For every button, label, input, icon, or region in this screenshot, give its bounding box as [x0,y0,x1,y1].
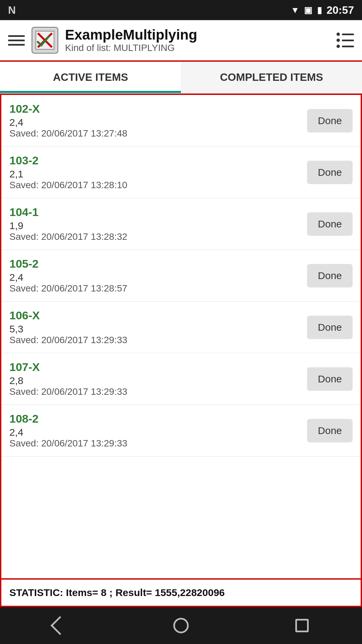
item-saved: Saved: 20/06/2017 13:29:33 [9,335,307,345]
toolbar-subtitle: Kind of list: MULTIPLYING [65,43,330,53]
status-time: 20:57 [326,4,354,16]
status-icons: ▼ ▣ ▮ 20:57 [291,4,354,16]
items-list: 102-X 2,4 Saved: 20/06/2017 13:27:48 Don… [1,95,361,578]
item-title: 108-2 [9,412,307,425]
home-icon [173,618,189,633]
toolbar: ExampleMultiplying Kind of list: MULTIPL… [0,20,362,62]
signal-icon: ▣ [304,5,312,15]
status-bar: N ▼ ▣ ▮ 20:57 [0,0,362,20]
list-item: 104-1 1,9 Saved: 20/06/2017 13:28:32 Don… [1,198,361,250]
item-value: 5,3 [9,323,307,335]
list-item-info: 105-2 2,4 Saved: 20/06/2017 13:28:57 [9,257,307,294]
done-button[interactable]: Done [307,316,353,339]
item-title: 105-2 [9,257,307,270]
menu-icon[interactable] [8,35,25,46]
item-title: 102-X [9,102,307,115]
done-button[interactable]: Done [307,161,353,184]
app-logo [32,27,58,54]
item-value: 1,9 [9,220,307,231]
bottom-nav [0,607,362,644]
list-item: 107-X 2,8 Saved: 20/06/2017 13:29:33 Don… [1,353,361,405]
item-saved: Saved: 20/06/2017 13:28:57 [9,283,307,294]
done-button[interactable]: Done [307,212,353,236]
item-value: 2,4 [9,272,307,283]
item-title: 106-X [9,309,307,322]
back-icon [51,616,70,635]
item-saved: Saved: 20/06/2017 13:28:32 [9,231,307,242]
item-value: 2,4 [9,117,307,128]
app-container: ExampleMultiplying Kind of list: MULTIPL… [0,20,362,607]
item-saved: Saved: 20/06/2017 13:29:33 [9,438,307,449]
done-button[interactable]: Done [307,264,353,287]
tabs: ACTIVE ITEMS COMPLETED ITEMS [0,62,362,94]
battery-icon: ▮ [317,5,322,15]
item-saved: Saved: 20/06/2017 13:28:10 [9,180,307,191]
toolbar-title: ExampleMultiplying [65,27,330,43]
nav-home-button[interactable] [168,612,194,639]
list-item: 108-2 2,4 Saved: 20/06/2017 13:29:33 Don… [1,405,361,457]
list-item: 103-2 2,1 Saved: 20/06/2017 13:28:10 Don… [1,147,361,198]
list-item-info: 103-2 2,1 Saved: 20/06/2017 13:28:10 [9,154,307,191]
nav-back-button[interactable] [48,613,72,638]
status-logo: N [8,4,16,16]
item-value: 2,8 [9,375,307,386]
tab-completed-items[interactable]: COMPLETED ITEMS [181,62,362,93]
list-item-info: 107-X 2,8 Saved: 20/06/2017 13:29:33 [9,361,307,397]
item-value: 2,1 [9,168,307,180]
item-title: 103-2 [9,154,307,167]
list-item: 106-X 5,3 Saved: 20/06/2017 13:29:33 Don… [1,302,361,353]
list-item-info: 108-2 2,4 Saved: 20/06/2017 13:29:33 [9,412,307,449]
item-title: 107-X [9,361,307,374]
list-item: 105-2 2,4 Saved: 20/06/2017 13:28:57 Don… [1,250,361,302]
wifi-icon: ▼ [291,5,299,15]
content-area: 102-X 2,4 Saved: 20/06/2017 13:27:48 Don… [0,94,362,607]
list-item-info: 106-X 5,3 Saved: 20/06/2017 13:29:33 [9,309,307,345]
item-title: 104-1 [9,206,307,219]
statistics-bar: STATISTIC: Items= 8 ; Result= 1555,22820… [1,578,361,606]
recent-icon [295,619,309,632]
nav-recent-button[interactable] [290,613,314,638]
statistics-text: STATISTIC: Items= 8 ; Result= 1555,22820… [9,587,353,598]
done-button[interactable]: Done [307,419,353,442]
item-value: 2,4 [9,427,307,438]
list-item-info: 104-1 1,9 Saved: 20/06/2017 13:28:32 [9,206,307,242]
toolbar-title-block: ExampleMultiplying Kind of list: MULTIPL… [65,27,330,53]
list-item-info: 102-X 2,4 Saved: 20/06/2017 13:27:48 [9,102,307,139]
tab-active-items[interactable]: ACTIVE ITEMS [0,62,181,93]
item-saved: Saved: 20/06/2017 13:27:48 [9,128,307,139]
item-saved: Saved: 20/06/2017 13:29:33 [9,386,307,397]
list-item: 102-X 2,4 Saved: 20/06/2017 13:27:48 Don… [1,95,361,147]
done-button[interactable]: Done [307,367,353,391]
list-menu-icon[interactable] [337,33,354,48]
done-button[interactable]: Done [307,109,353,132]
